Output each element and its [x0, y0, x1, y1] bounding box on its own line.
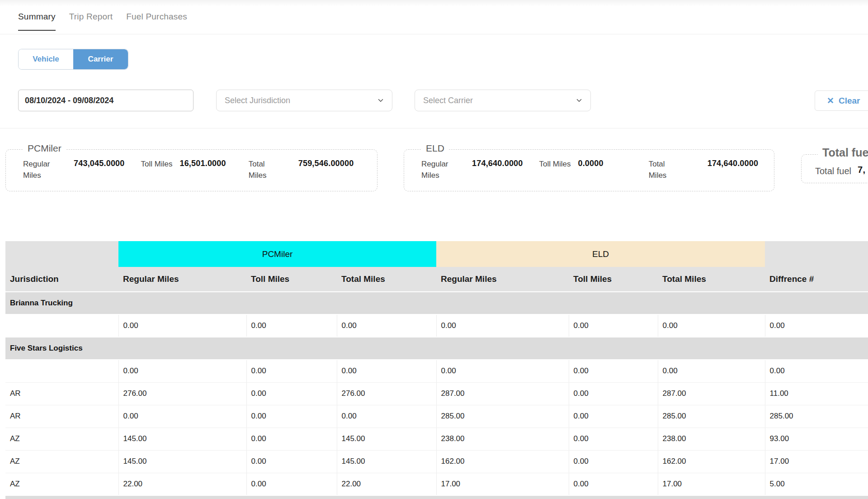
section-divider — [0, 128, 868, 128]
column-header-pcm-total: Total Miles — [337, 267, 436, 292]
value-cell: 285.00 — [658, 405, 765, 428]
pcmiler-band-header: PCMiler — [118, 241, 436, 267]
jurisdiction-cell — [5, 360, 118, 382]
value-cell: 0.00 — [246, 428, 337, 450]
eld-card-title: ELD — [421, 143, 449, 154]
value-cell: 17.00 — [765, 450, 868, 473]
value-cell: 0.00 — [569, 360, 658, 382]
value-cell: 0.00 — [246, 405, 337, 428]
value-cell: 0.00 — [765, 314, 868, 337]
tab-trip-report[interactable]: Trip Report — [69, 12, 113, 31]
value-cell: 5.00 — [765, 473, 868, 495]
value-cell: 0.00 — [118, 360, 246, 382]
table-row: 0.000.000.000.000.000.000.00 — [5, 314, 868, 337]
value-cell: 93.00 — [765, 428, 868, 450]
value-cell: 0.00 — [246, 450, 337, 473]
table-row: AZ22.000.0022.0017.000.0017.005.00 — [5, 473, 868, 495]
column-header-jurisdiction: Jurisdiction — [5, 267, 118, 292]
jurisdiction-cell: AZ — [5, 473, 118, 495]
value-cell: 17.00 — [658, 473, 765, 495]
metric-label: Toll Miles — [539, 159, 571, 170]
value-cell: 0.00 — [246, 382, 337, 405]
value-cell: 162.00 — [658, 450, 765, 473]
metric-value: 16,501.0000 — [179, 159, 226, 168]
band-spacer — [5, 241, 118, 267]
table-row: AR0.000.000.00285.000.00285.00285.00 — [5, 405, 868, 428]
value-cell: 22.00 — [337, 473, 436, 495]
metric-value: 743,045.0000 — [74, 159, 125, 168]
column-header-row: Jurisdiction Regular Miles Toll Miles To… — [5, 267, 868, 292]
comparison-table: PCMiler ELD Jurisdiction Regular Miles T… — [5, 241, 868, 499]
tab-bar: Summary Trip Report Fuel Purchases — [0, 7, 868, 34]
pcmiler-regular-miles-metric: Regular Miles 743,045.0000 — [23, 159, 141, 181]
date-range-input[interactable]: 08/10/2024 - 09/08/2024 — [18, 90, 193, 111]
band-spacer — [765, 241, 868, 267]
jurisdiction-select[interactable]: Select Jurisdiction — [216, 90, 392, 111]
value-cell: 0.00 — [569, 405, 658, 428]
group-row — [5, 495, 868, 499]
metric-value: 759,546.00000 — [298, 159, 354, 168]
tab-fuel-purchases[interactable]: Fuel Purchases — [126, 12, 187, 31]
clear-x-icon: ✕ — [827, 95, 834, 106]
value-cell: 0.00 — [337, 314, 436, 337]
column-header-pcm-regular: Regular Miles — [118, 267, 246, 292]
value-cell: 0.00 — [337, 405, 436, 428]
group-row-label — [5, 495, 868, 499]
jurisdiction-placeholder: Select Jurisdiction — [225, 96, 290, 105]
value-cell: 0.00 — [436, 360, 569, 382]
carrier-placeholder: Select Carrier — [423, 96, 473, 105]
table-row: AZ145.000.00145.00238.000.00238.0093.00 — [5, 428, 868, 450]
date-range-value: 08/10/2024 - 09/08/2024 — [25, 96, 113, 105]
metric-label: Total fuel — [815, 165, 851, 178]
total-fuel-summary-card: Total fuel Total fuel 7, — [801, 154, 868, 183]
value-cell: 17.00 — [436, 473, 569, 495]
group-row-label: Brianna Trucking — [5, 292, 868, 314]
pcmiler-summary-card: PCMiler Regular Miles 743,045.0000 Toll … — [5, 149, 377, 191]
value-cell: 0.00 — [569, 382, 658, 405]
metric-label: Toll Miles — [141, 159, 173, 170]
value-cell: 22.00 — [118, 473, 246, 495]
metric-label: Regular Miles — [23, 159, 56, 181]
value-cell: 287.00 — [436, 382, 569, 405]
value-cell: 276.00 — [337, 382, 436, 405]
metric-value: 174,640.0000 — [472, 159, 523, 168]
value-cell: 0.00 — [436, 314, 569, 337]
band-header-row: PCMiler ELD — [5, 241, 868, 267]
chevron-down-icon — [575, 96, 583, 105]
table-row: AZ145.000.00145.00162.000.00162.0017.00 — [5, 450, 868, 473]
vehicle-toggle-button[interactable]: Vehicle — [19, 49, 73, 69]
column-header-diffrence: Diffrence # — [765, 267, 868, 292]
value-cell: 0.00 — [569, 450, 658, 473]
value-cell: 0.00 — [658, 360, 765, 382]
jurisdiction-cell — [5, 314, 118, 337]
pcmiler-toll-miles-metric: Toll Miles 16,501.0000 — [141, 159, 249, 170]
eld-band-header: ELD — [436, 241, 765, 267]
table-row: AR276.000.00276.00287.000.00287.0011.00 — [5, 382, 868, 405]
jurisdiction-cell: AR — [5, 382, 118, 405]
table-row: 0.000.000.000.000.000.000.00 — [5, 360, 868, 382]
carrier-select[interactable]: Select Carrier — [415, 90, 591, 111]
column-header-eld-regular: Regular Miles — [436, 267, 569, 292]
pcmiler-total-miles-metric: Total Miles 759,546.00000 — [249, 159, 354, 181]
group-row: Brianna Trucking — [5, 292, 868, 314]
table-body: Brianna Trucking0.000.000.000.000.000.00… — [5, 292, 868, 499]
eld-toll-miles-metric: Toll Miles 0.0000 — [539, 159, 649, 170]
tab-summary[interactable]: Summary — [18, 12, 56, 31]
column-header-pcm-toll: Toll Miles — [246, 267, 337, 292]
value-cell: 0.00 — [246, 314, 337, 337]
pcmiler-card-title: PCMiler — [23, 143, 66, 154]
metric-label: Total Miles — [249, 159, 273, 181]
value-cell: 238.00 — [436, 428, 569, 450]
value-cell: 145.00 — [337, 428, 436, 450]
value-cell: 276.00 — [118, 382, 246, 405]
total-fuel-card-title: Total fuel — [818, 146, 868, 159]
group-row: Five Stars Logistics — [5, 337, 868, 360]
clear-button[interactable]: ✕ Clear — [815, 90, 868, 111]
value-cell: 145.00 — [118, 450, 246, 473]
carrier-toggle-button[interactable]: Carrier — [73, 49, 128, 69]
value-cell: 0.00 — [658, 314, 765, 337]
column-header-eld-toll: Toll Miles — [569, 267, 658, 292]
eld-summary-card: ELD Regular Miles 174,640.0000 Toll Mile… — [404, 149, 774, 191]
jurisdiction-cell: AR — [5, 405, 118, 428]
value-cell: 0.00 — [118, 314, 246, 337]
